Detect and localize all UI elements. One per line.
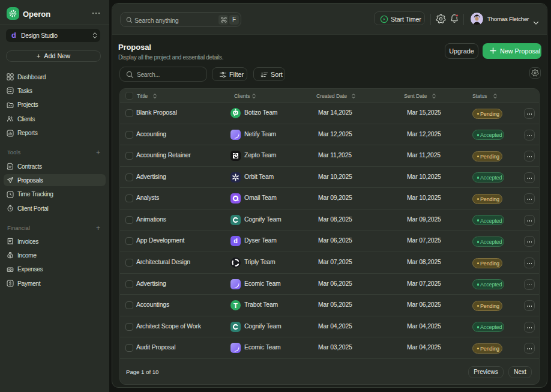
svg-text:T: T [233, 302, 238, 309]
svg-text:d: d [233, 238, 238, 245]
